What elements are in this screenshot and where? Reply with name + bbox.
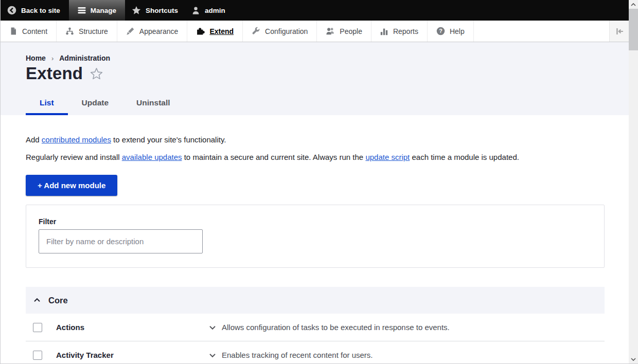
user-icon [191, 6, 200, 15]
menu-item-content-label: Content [22, 27, 47, 35]
chevron-down-icon[interactable] [208, 323, 217, 332]
tab-uninstall[interactable]: Uninstall [122, 93, 184, 115]
collapse-left-icon [615, 28, 624, 35]
puzzle-icon [196, 27, 205, 35]
admin-toolbar: Back to site Manage Shortcuts [1, 0, 629, 21]
module-name: Activity Tracker [56, 351, 208, 359]
chevron-down-icon[interactable] [208, 351, 217, 360]
menu-item-structure-label: Structure [79, 27, 108, 35]
primary-tabs: List Update Uninstall [26, 93, 629, 115]
shortcuts-label: Shortcuts [146, 7, 178, 14]
scroll-down-button[interactable] [629, 355, 638, 363]
module-row-activity-tracker: Activity Tracker Enables tracking of rec… [26, 341, 605, 363]
intro-text: each time a module is updated. [410, 153, 519, 161]
menu-item-extend-label: Extend [209, 27, 234, 35]
paintbrush-icon [126, 27, 135, 35]
intro-text: to maintain a secure and current site. A… [182, 153, 366, 161]
scroll-up-icon [631, 3, 636, 6]
main-content: Add contributed modules to extend your s… [1, 115, 629, 363]
star-outline-icon[interactable] [90, 67, 103, 81]
breadcrumb: Home › Administration [26, 42, 629, 62]
intro-paragraph-2: Regularly review and install available u… [26, 152, 605, 162]
intro-text: Regularly review and install [26, 153, 122, 161]
tab-list[interactable]: List [26, 93, 68, 115]
sitemap-icon [65, 27, 74, 35]
toolbar-collapse-button[interactable] [609, 21, 629, 42]
page: Back to site Manage Shortcuts [1, 0, 629, 363]
menu-item-reports-label: Reports [393, 27, 418, 35]
contributed-modules-link[interactable]: contributed modules [42, 135, 111, 144]
tab-update[interactable]: Update [68, 93, 123, 115]
module-description: Enables tracking of recent content for u… [222, 351, 373, 359]
menu-item-appearance[interactable]: Appearance [117, 21, 188, 42]
intro-paragraph-1: Add contributed modules to extend your s… [26, 135, 605, 145]
admin-user-label: admin [205, 7, 225, 14]
filter-label: Filter [39, 217, 592, 226]
back-to-site-label: Back to site [21, 7, 60, 14]
hamburger-icon [78, 6, 86, 14]
module-row-actions: Actions Allows configuration of tasks to… [26, 314, 605, 341]
menu-item-help[interactable]: ? Help [428, 21, 474, 42]
module-description: Allows configuration of tasks to be exec… [222, 323, 450, 332]
help-icon: ? [436, 27, 445, 35]
admin-user-tab[interactable]: admin [185, 0, 232, 21]
browser-window: Back to site Manage Shortcuts [0, 0, 638, 364]
menu-item-content[interactable]: Content [1, 21, 57, 42]
menu-item-help-label: Help [450, 27, 465, 35]
vertical-scrollbar[interactable] [629, 0, 638, 363]
available-updates-link[interactable]: available updates [122, 153, 182, 161]
update-script-link[interactable]: update script [365, 153, 410, 161]
scroll-down-icon [631, 358, 636, 361]
menu-item-people-label: People [340, 27, 362, 35]
filter-input[interactable] [39, 229, 203, 253]
star-icon [132, 6, 141, 15]
document-icon [9, 27, 17, 35]
intro-text: Add [26, 135, 42, 144]
module-name: Actions [56, 323, 208, 332]
menu-item-extend[interactable]: Extend [187, 21, 243, 42]
page-title: Extend [26, 64, 83, 83]
scrollbar-thumb[interactable] [629, 9, 638, 50]
filter-panel: Filter [26, 205, 605, 268]
menu-item-people[interactable]: People [317, 21, 371, 42]
scroll-up-button[interactable] [629, 0, 638, 9]
wrench-icon [252, 27, 260, 35]
bar-chart-icon [380, 27, 388, 35]
manage-label: Manage [91, 7, 116, 14]
section-header-core[interactable]: Core [26, 287, 605, 314]
people-icon [326, 27, 335, 35]
menu-item-appearance-label: Appearance [139, 27, 179, 35]
module-checkbox[interactable] [33, 323, 42, 332]
menu-item-structure[interactable]: Structure [57, 21, 117, 42]
intro-text: to extend your site's functionality. [111, 135, 226, 144]
breadcrumb-home-link[interactable]: Home [26, 54, 46, 62]
section-title: Core [48, 296, 68, 305]
breadcrumb-administration-link[interactable]: Administration [59, 54, 110, 62]
menu-item-reports[interactable]: Reports [371, 21, 428, 42]
breadcrumb-separator: › [51, 54, 54, 62]
chevron-up-icon [32, 296, 42, 305]
shortcuts-tab[interactable]: Shortcuts [125, 0, 185, 21]
add-new-module-button[interactable]: + Add new module [26, 175, 117, 196]
back-circle-icon [7, 6, 16, 15]
page-header: Home › Administration Extend List Update… [1, 42, 629, 115]
menu-item-configuration[interactable]: Configuration [243, 21, 317, 42]
menu-item-configuration-label: Configuration [265, 27, 308, 35]
module-checkbox[interactable] [33, 351, 42, 360]
manage-tab[interactable]: Manage [69, 0, 125, 21]
toolbar-spacer [474, 21, 609, 42]
back-to-site-button[interactable]: Back to site [1, 0, 67, 21]
svg-text:?: ? [439, 28, 442, 34]
admin-menu-bar: Content Structure Appearance [1, 21, 629, 42]
